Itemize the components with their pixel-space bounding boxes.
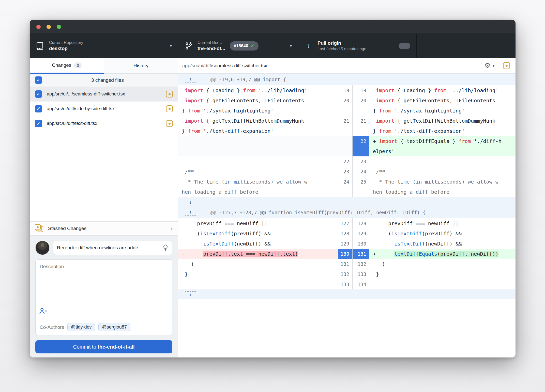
- new-line-number[interactable]: 24: [353, 167, 369, 177]
- new-line-number[interactable]: [353, 187, 369, 197]
- old-line-code: [178, 146, 338, 156]
- old-line-number[interactable]: 131: [338, 259, 352, 269]
- new-line-number[interactable]: 133: [353, 269, 369, 279]
- old-line-code: /**: [178, 167, 338, 177]
- new-line-number[interactable]: 129: [353, 228, 369, 239]
- old-line-number[interactable]: [338, 106, 352, 116]
- diff-line-row[interactable]: } from './syntax-highlighting'} from './…: [178, 106, 516, 116]
- old-line-number[interactable]: [338, 136, 352, 146]
- new-line-number[interactable]: 19: [353, 85, 369, 95]
- diff-line-row[interactable]: * The time (in milliseconds) we allow w2…: [178, 177, 516, 187]
- old-line-number[interactable]: 128: [338, 228, 352, 239]
- file-checkbox[interactable]: ✓: [35, 105, 42, 112]
- old-line-number[interactable]: 127: [338, 218, 352, 228]
- diff-line-row[interactable]: 133134: [178, 279, 516, 289]
- new-line-number[interactable]: 134: [353, 279, 369, 289]
- diff-line-row[interactable]: )131132 ): [178, 259, 516, 269]
- diff-line-row[interactable]: /**2324 /**: [178, 167, 516, 177]
- new-line-code: + import { textDiffEquals } from './diff…: [369, 136, 516, 146]
- diff-line-row[interactable]: }132133 }: [178, 269, 516, 279]
- new-line-code: import { getFileContents, IFileContents: [369, 95, 516, 106]
- diff-options-gear-icon[interactable]: ⚙: [485, 62, 491, 69]
- file-row[interactable]: ✓app/src/ui/diff/text-diff.tsx: [30, 116, 178, 131]
- toolbar: Current Repository desktop ▾ Current Bra…: [30, 34, 516, 58]
- old-line-number[interactable]: [338, 146, 352, 156]
- new-line-number[interactable]: [353, 126, 369, 136]
- coauthors-row: Co-Authors @tidy-dev@sergiou87: [36, 319, 172, 335]
- new-line-number[interactable]: 23: [353, 156, 369, 167]
- old-line-number[interactable]: 19: [338, 85, 352, 95]
- diff-line-row[interactable]: import { Loading } from '../lib/loading'…: [178, 85, 516, 95]
- maximize-window-button[interactable]: [57, 25, 61, 29]
- diff-path-filename: seamless-diff-switcher.tsx: [212, 63, 267, 69]
- old-line-number[interactable]: 23: [338, 167, 352, 177]
- diff-line-row[interactable]: elpers': [178, 146, 516, 156]
- new-line-number[interactable]: 130: [353, 239, 369, 249]
- commit-description-input[interactable]: [36, 260, 172, 307]
- old-line-number[interactable]: 21: [338, 116, 352, 126]
- old-line-number[interactable]: 129: [338, 239, 352, 249]
- new-line-number[interactable]: 21: [353, 116, 369, 126]
- add-coauthor-icon[interactable]: [39, 307, 48, 315]
- lightbulb-icon[interactable]: [162, 244, 169, 252]
- tab-history[interactable]: History: [104, 58, 178, 74]
- diff-line-row[interactable]: import { getTextDiffWithBottomDummyHunk2…: [178, 116, 516, 126]
- coauthor-pill[interactable]: @tidy-dev: [67, 323, 95, 331]
- old-line-number[interactable]: 133: [338, 279, 352, 289]
- new-line-code: + textDiffEquals(prevDiff, newDiff)): [369, 249, 516, 259]
- chevron-down-icon[interactable]: ▾: [493, 64, 494, 68]
- pull-origin-button[interactable]: ↓ Pull origin Last fetched 5 minutes ago…: [298, 34, 417, 58]
- branch-name: the-end-of...: [198, 46, 225, 51]
- diff-line-row[interactable]: } from './text-diff-expansion'} from './…: [178, 126, 516, 136]
- diff-line-row[interactable]: isTextDiff(newDiff) &&129130 isTextDiff(…: [178, 239, 516, 249]
- stashed-changes-row[interactable]: Stashed Changes ›: [30, 221, 178, 236]
- old-line-number[interactable]: 24: [338, 177, 352, 187]
- new-line-number[interactable]: [353, 106, 369, 116]
- old-line-number[interactable]: 22: [338, 156, 352, 167]
- app-window: Current Repository desktop ▾ Current Bra…: [30, 20, 516, 357]
- expand-hunk-down-icon[interactable]: ↓: [185, 199, 196, 205]
- new-line-number[interactable]: [353, 146, 369, 156]
- new-line-number[interactable]: 22: [353, 136, 369, 146]
- branch-switcher-button[interactable]: Current Bra... the-end-of... #15640 ✓ ▾: [178, 34, 298, 58]
- new-line-number[interactable]: 131: [353, 249, 369, 259]
- diff-line-row[interactable]: import { getFileContents, IFileContents2…: [178, 95, 516, 106]
- diff-line-row[interactable]: - prevDiff.text === newDiff.text)130131+…: [178, 249, 516, 259]
- old-line-code: import { getFileContents, IFileContents: [178, 95, 338, 106]
- old-line-number[interactable]: 130: [338, 249, 352, 259]
- old-line-number[interactable]: 132: [338, 269, 352, 279]
- old-line-code: hen loading a diff before: [178, 187, 338, 197]
- file-checkbox[interactable]: ✓: [35, 90, 42, 98]
- tab-changes[interactable]: Changes 3: [30, 58, 104, 74]
- file-row[interactable]: ✓app/src/ui/diff/side-by-side-diff.tsx: [30, 102, 178, 116]
- expand-hunk-up-icon[interactable]: ↑: [185, 76, 196, 83]
- pr-status-badge[interactable]: #15640 ✓: [230, 41, 259, 51]
- minimize-window-button[interactable]: [47, 25, 51, 29]
- arrow-down-icon: ↓: [405, 44, 407, 48]
- stash-icon: [35, 224, 44, 233]
- old-line-number[interactable]: 20: [338, 95, 352, 106]
- new-line-number[interactable]: 25: [353, 177, 369, 187]
- hunk-header-row: ↑@@ -127,7 +128,7 @@ function isSameDiff…: [178, 207, 516, 218]
- old-line-code: * The time (in milliseconds) we allow w: [178, 177, 338, 187]
- coauthor-pill[interactable]: @sergiou87: [98, 323, 130, 331]
- diff-line-row[interactable]: 22+ import { textDiffEquals } from './di…: [178, 136, 516, 146]
- old-line-number[interactable]: [338, 187, 352, 197]
- old-line-number[interactable]: [338, 126, 352, 136]
- new-line-number[interactable]: 128: [353, 218, 369, 228]
- commit-button[interactable]: Commit to the-end-of-it-all: [35, 340, 172, 353]
- file-row[interactable]: ✓app/src/ui/.../seamless-diff-switcher.t…: [30, 87, 178, 102]
- diff-line-row[interactable]: hen loading a diff beforehen loading a d…: [178, 187, 516, 197]
- diff-line-row[interactable]: 2223: [178, 156, 516, 167]
- repository-switcher-button[interactable]: Current Repository desktop ▾: [30, 34, 178, 58]
- new-line-number[interactable]: 20: [353, 95, 369, 106]
- expand-hunk-down-icon[interactable]: ↓: [185, 291, 196, 298]
- select-all-checkbox[interactable]: ✓: [35, 76, 42, 84]
- commit-summary-input[interactable]: [57, 245, 162, 251]
- diff-line-row[interactable]: prevDiff === newDiff ||127128 prevDiff =…: [178, 218, 516, 228]
- expand-hunk-up-icon[interactable]: ↑: [185, 209, 196, 216]
- close-window-button[interactable]: [36, 25, 41, 29]
- new-line-number[interactable]: 132: [353, 259, 369, 269]
- diff-line-row[interactable]: (isTextDiff(prevDiff) &&128129 (isTextDi…: [178, 228, 516, 239]
- file-checkbox[interactable]: ✓: [35, 120, 42, 127]
